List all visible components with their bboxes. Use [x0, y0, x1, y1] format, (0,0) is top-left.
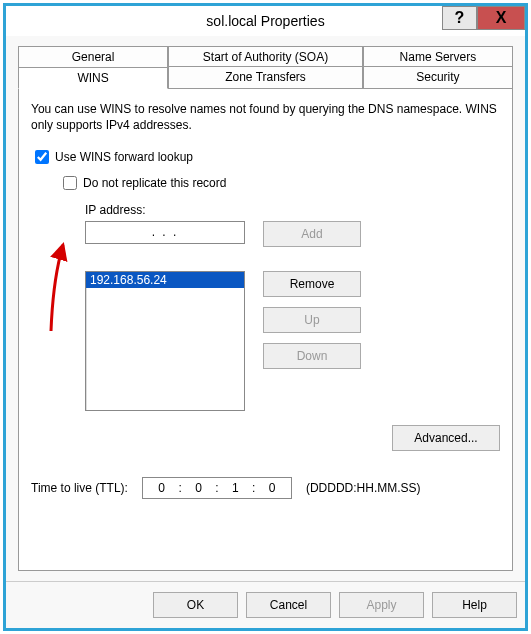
dialog-footer: OK Cancel Apply Help — [6, 581, 525, 628]
up-button[interactable]: Up — [263, 307, 361, 333]
tab-panel: You can use WINS to resolve names not fo… — [18, 88, 513, 571]
tab-zone-transfers[interactable]: Zone Transfers — [168, 66, 363, 88]
ttl-days[interactable]: 0 — [147, 481, 177, 495]
tab-name-servers[interactable]: Name Servers — [363, 46, 513, 67]
tab-security[interactable]: Security — [363, 66, 513, 88]
properties-window: sol.local Properties ? X General Start o… — [3, 3, 528, 631]
help-footer-button[interactable]: Help — [432, 592, 517, 618]
list-item[interactable]: 192.168.56.24 — [86, 272, 244, 288]
advanced-button[interactable]: Advanced... — [392, 425, 500, 451]
ttl-format: (DDDDD:HH.MM.SS) — [306, 481, 421, 495]
annotation-arrow-icon — [43, 239, 83, 339]
titlebar: sol.local Properties ? X — [6, 6, 525, 36]
do-not-replicate-checkbox[interactable] — [63, 176, 77, 190]
ip-address-input[interactable]: . . . — [85, 221, 245, 244]
description-text: You can use WINS to resolve names not fo… — [31, 101, 500, 133]
ttl-seconds[interactable]: 0 — [257, 481, 287, 495]
ttl-minutes[interactable]: 1 — [221, 481, 251, 495]
workarea: General Start of Authority (SOA) Name Se… — [6, 36, 525, 581]
use-wins-row[interactable]: Use WINS forward lookup — [31, 147, 500, 167]
tab-general[interactable]: General — [18, 46, 168, 67]
ip-listbox[interactable]: 192.168.56.24 — [85, 271, 245, 411]
cancel-button[interactable]: Cancel — [246, 592, 331, 618]
ttl-label: Time to live (TTL): — [31, 481, 128, 495]
apply-button[interactable]: Apply — [339, 592, 424, 618]
close-button[interactable]: X — [477, 6, 525, 30]
window-title: sol.local Properties — [206, 13, 324, 29]
ip-address-label: IP address: — [85, 203, 500, 217]
tab-wins[interactable]: WINS — [18, 67, 168, 89]
ip-section: IP address: . . . Add 192.168.56.24 Remo… — [85, 203, 500, 411]
tab-soa[interactable]: Start of Authority (SOA) — [168, 46, 363, 67]
do-not-replicate-row[interactable]: Do not replicate this record — [59, 173, 500, 193]
tabs-row-1: General Start of Authority (SOA) Name Se… — [18, 46, 513, 67]
ttl-input[interactable]: 0: 0: 1: 0 — [142, 477, 292, 499]
add-button[interactable]: Add — [263, 221, 361, 247]
down-button[interactable]: Down — [263, 343, 361, 369]
tabs-row-2: WINS Zone Transfers Security — [18, 66, 513, 88]
remove-button[interactable]: Remove — [263, 271, 361, 297]
ok-button[interactable]: OK — [153, 592, 238, 618]
help-button[interactable]: ? — [442, 6, 477, 30]
titlebar-buttons: ? X — [442, 6, 525, 30]
use-wins-label: Use WINS forward lookup — [55, 150, 193, 164]
do-not-replicate-label: Do not replicate this record — [83, 176, 226, 190]
use-wins-checkbox[interactable] — [35, 150, 49, 164]
ttl-hours[interactable]: 0 — [184, 481, 214, 495]
